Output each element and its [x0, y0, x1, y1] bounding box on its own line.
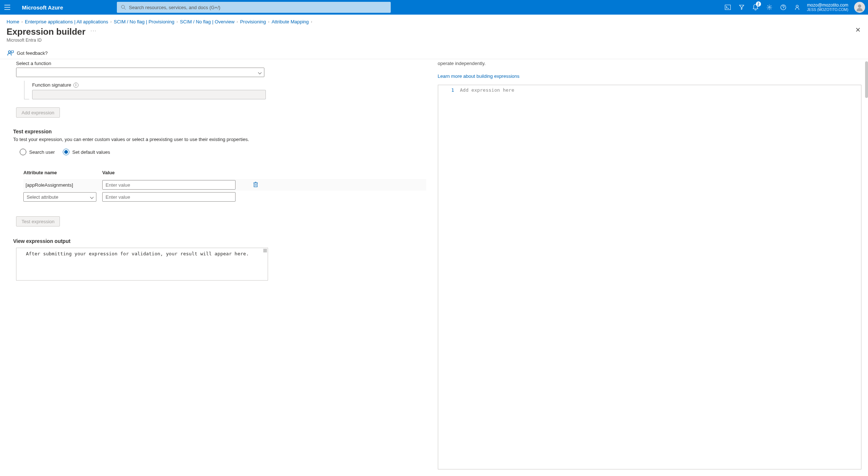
- svg-line-4: [124, 8, 126, 9]
- chevron-right-icon: ›: [110, 20, 111, 24]
- svg-point-13: [8, 51, 11, 53]
- account-org: JESS (MOZOTITO.COM): [807, 8, 848, 12]
- help-icon[interactable]: [776, 0, 790, 15]
- attr-value-input[interactable]: [102, 180, 236, 190]
- col-value: Value: [102, 170, 237, 175]
- svg-rect-5: [725, 5, 730, 10]
- editor-content[interactable]: Add expression here: [458, 85, 861, 469]
- hamburger-menu[interactable]: [0, 0, 15, 15]
- attr-name-cell: [appRoleAssignments]: [23, 182, 102, 188]
- add-expression-button: Add expression: [16, 107, 60, 118]
- svg-point-3: [121, 5, 125, 8]
- search-input[interactable]: Search resources, services, and docs (G+…: [117, 2, 391, 13]
- settings-icon[interactable]: [762, 0, 776, 15]
- description-continuation: operate independently.: [438, 59, 862, 66]
- feedback-icon[interactable]: [790, 0, 804, 15]
- feedback-label: Got feedback?: [17, 50, 48, 56]
- editor-gutter: 1: [438, 85, 458, 469]
- select-attribute-dropdown[interactable]: Select attribute: [23, 192, 96, 202]
- learn-more-link[interactable]: Learn more about building expressions: [438, 73, 862, 79]
- output-box: After submitting your expression for val…: [16, 248, 268, 281]
- chevron-right-icon: ›: [311, 20, 312, 24]
- function-signature-label: Function signature: [32, 82, 71, 88]
- table-row: Select attribute: [23, 191, 426, 203]
- search-icon: [121, 5, 126, 10]
- function-signature-field: [32, 90, 266, 99]
- delete-row-icon[interactable]: [253, 182, 258, 189]
- expression-editor[interactable]: 1 Add expression here: [438, 85, 862, 469]
- view-output-heading: View expression output: [13, 238, 426, 244]
- brand-label: Microsoft Azure: [22, 4, 63, 11]
- svg-marker-7: [739, 5, 744, 9]
- radio-search-user[interactable]: Search user: [20, 149, 55, 155]
- test-expression-heading: Test expression: [13, 129, 426, 134]
- more-actions-icon[interactable]: ···: [91, 28, 97, 33]
- crumb-provisioning[interactable]: Provisioning: [240, 19, 266, 24]
- svg-point-8: [769, 7, 770, 8]
- page-title: Expression builder: [7, 27, 85, 37]
- page-subtitle: Microsoft Entra ID: [0, 37, 868, 47]
- svg-point-12: [858, 4, 861, 8]
- attr-value-input[interactable]: [102, 192, 236, 202]
- crumb-home[interactable]: Home: [7, 19, 19, 24]
- col-attribute-name: Attribute name: [23, 170, 102, 175]
- directory-filter-icon[interactable]: [735, 0, 749, 15]
- crumb-attribute-mapping[interactable]: Attribute Mapping: [272, 19, 309, 24]
- account-email: mozo@mozotito.com: [807, 3, 848, 8]
- info-icon[interactable]: i: [73, 83, 79, 88]
- radio-set-default-values-label: Set default values: [72, 149, 110, 155]
- table-row: [appRoleAssignments]: [23, 179, 426, 191]
- chevron-down-icon: [258, 71, 262, 74]
- feedback-person-icon: [7, 50, 14, 56]
- account-block[interactable]: mozo@mozotito.com JESS (MOZOTITO.COM): [804, 3, 851, 12]
- search-placeholder: Search resources, services, and docs (G+…: [129, 5, 220, 10]
- output-placeholder-text: After submitting your expression for val…: [26, 251, 249, 256]
- avatar[interactable]: [854, 2, 865, 13]
- notifications-icon[interactable]: 2: [749, 0, 762, 15]
- radio-search-user-label: Search user: [29, 149, 55, 155]
- close-icon[interactable]: ✕: [855, 26, 861, 34]
- test-expression-description: To test your expression, you can enter c…: [13, 137, 426, 142]
- chevron-right-icon: ›: [176, 20, 177, 24]
- svg-point-10: [783, 8, 783, 9]
- select-function-dropdown[interactable]: [16, 68, 264, 77]
- cloud-shell-icon[interactable]: [721, 0, 735, 15]
- select-function-label: Select a function: [16, 61, 426, 66]
- chevron-right-icon: ›: [268, 20, 269, 24]
- crumb-scim-overview[interactable]: SCIM / No flag | Overview: [180, 19, 234, 24]
- crumb-enterprise-apps[interactable]: Enterprise applications | All applicatio…: [25, 19, 108, 24]
- feedback-link[interactable]: Got feedback?: [0, 47, 868, 59]
- crumb-scim-provisioning[interactable]: SCIM / No flag | Provisioning: [114, 19, 175, 24]
- radio-set-default-values[interactable]: Set default values: [63, 149, 110, 155]
- select-attribute-placeholder: Select attribute: [27, 194, 58, 200]
- chevron-down-icon: [90, 195, 94, 199]
- svg-rect-14: [254, 183, 257, 187]
- chevron-right-icon: ›: [237, 20, 238, 24]
- svg-point-11: [796, 5, 798, 7]
- chevron-right-icon: ›: [22, 20, 23, 24]
- breadcrumb: Home› Enterprise applications | All appl…: [0, 15, 868, 24]
- notification-badge: 2: [756, 1, 761, 7]
- test-expression-button: Test expression: [16, 216, 60, 226]
